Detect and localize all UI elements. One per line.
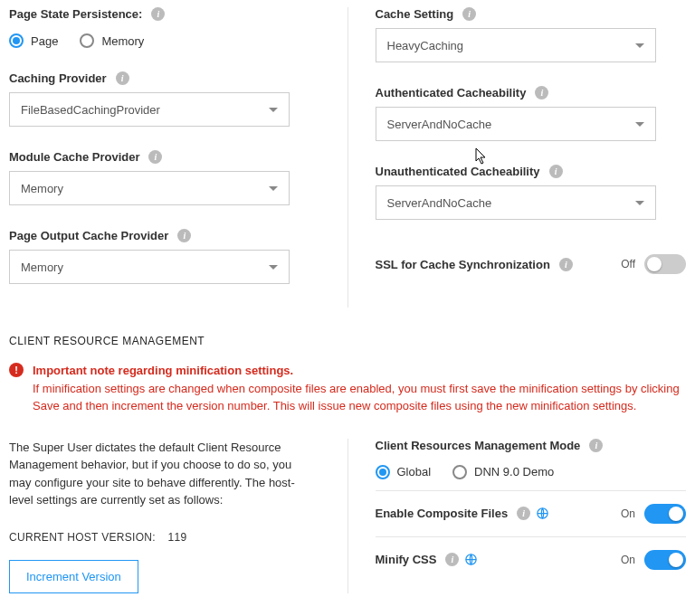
page-state-persistence-radios: Page Memory bbox=[9, 28, 320, 48]
cursor-icon bbox=[475, 147, 488, 166]
info-icon[interactable]: i bbox=[559, 258, 573, 271]
unauthenticated-cacheability-select[interactable]: ServerAndNoCache bbox=[376, 185, 656, 220]
page-state-persistence-label: Page State Persistence: i bbox=[9, 7, 165, 21]
radio-dnn-demo[interactable]: DNN 9.0 Demo bbox=[452, 465, 554, 479]
info-icon[interactable]: i bbox=[589, 439, 603, 452]
label-text: Minify CSS bbox=[376, 553, 437, 566]
cache-setting-field: Cache Setting i HeavyCaching bbox=[376, 7, 687, 62]
alert-text: If minification settings are changed whe… bbox=[33, 380, 686, 415]
info-icon[interactable]: i bbox=[116, 71, 129, 85]
select-value: HeavyCaching bbox=[387, 39, 464, 52]
toggle-knob-icon bbox=[647, 257, 662, 271]
label-text: SSL for Cache Synchronization bbox=[376, 258, 550, 271]
crm-section-title: CLIENT RESOURCE MANAGEMENT bbox=[9, 335, 686, 347]
info-icon[interactable]: i bbox=[148, 150, 162, 164]
unauthenticated-cacheability-field: Unauthenticated Cacheability i ServerAnd… bbox=[376, 165, 687, 220]
current-host-version: CURRENT HOST VERSION: 119 bbox=[9, 531, 320, 544]
page-output-cache-provider-label: Page Output Cache Provider i bbox=[9, 229, 191, 242]
cache-setting-select[interactable]: HeavyCaching bbox=[376, 28, 656, 62]
authenticated-cacheability-select[interactable]: ServerAndNoCache bbox=[376, 107, 656, 141]
radio-label: Page bbox=[31, 34, 58, 48]
ssl-cache-sync-toggle[interactable] bbox=[644, 254, 686, 274]
toggle-state-text: Off bbox=[615, 258, 635, 270]
info-icon[interactable]: i bbox=[517, 507, 530, 520]
select-value: Memory bbox=[21, 261, 63, 274]
chevron-down-icon bbox=[635, 122, 644, 127]
chevron-down-icon bbox=[269, 108, 278, 112]
radio-page[interactable]: Page bbox=[9, 33, 58, 48]
label-text: Unauthenticated Cacheability bbox=[376, 165, 540, 178]
toggle-knob-icon bbox=[669, 507, 683, 521]
crm-mode-radios: Global DNN 9.0 Demo bbox=[376, 460, 687, 479]
enable-composite-toggle[interactable] bbox=[644, 504, 686, 524]
host-version-value: 119 bbox=[168, 531, 187, 544]
authenticated-cacheability-label: Authenticated Cacheability i bbox=[376, 86, 549, 100]
chevron-down-icon bbox=[269, 186, 278, 191]
radio-label: Global bbox=[397, 465, 432, 479]
minify-css-label: Minify CSS i bbox=[376, 553, 616, 566]
label-text: Page State Persistence: bbox=[9, 7, 142, 21]
minify-css-row: Minify CSS i On bbox=[376, 536, 687, 583]
minification-alert: ! Important note regarding minification … bbox=[9, 362, 686, 415]
increment-version-button[interactable]: Increment Version bbox=[9, 560, 138, 593]
caching-provider-select[interactable]: FileBasedCachingProvider bbox=[9, 92, 290, 127]
radio-dot-icon bbox=[80, 33, 94, 48]
select-value: Memory bbox=[21, 182, 63, 195]
label-text: Client Resources Management Mode bbox=[376, 439, 581, 452]
info-icon[interactable]: i bbox=[445, 553, 459, 566]
module-cache-provider-select[interactable]: Memory bbox=[9, 171, 290, 205]
radio-global[interactable]: Global bbox=[376, 465, 432, 479]
page-output-cache-provider-select[interactable]: Memory bbox=[9, 250, 290, 284]
select-value: ServerAndNoCache bbox=[387, 118, 492, 131]
enable-composite-label: Enable Composite Files i bbox=[376, 507, 616, 520]
select-value: ServerAndNoCache bbox=[387, 196, 492, 210]
crm-mode-field: Client Resources Management Mode i Globa… bbox=[376, 439, 687, 479]
toggle-knob-icon bbox=[669, 553, 683, 567]
chevron-down-icon bbox=[635, 201, 644, 205]
globe-icon[interactable] bbox=[464, 553, 478, 566]
module-cache-provider-label: Module Cache Provider i bbox=[9, 150, 162, 164]
info-icon[interactable]: i bbox=[462, 7, 476, 21]
info-icon[interactable]: i bbox=[549, 165, 563, 178]
chevron-down-icon bbox=[635, 43, 644, 48]
alert-body: Important note regarding minification se… bbox=[33, 362, 686, 415]
label-text: Module Cache Provider bbox=[9, 150, 139, 164]
module-cache-provider-field: Module Cache Provider i Memory bbox=[9, 150, 320, 205]
globe-icon[interactable] bbox=[536, 507, 549, 520]
radio-memory[interactable]: Memory bbox=[80, 33, 144, 48]
toggle-state-text: On bbox=[615, 554, 635, 566]
authenticated-cacheability-field: Authenticated Cacheability i ServerAndNo… bbox=[376, 86, 687, 141]
crm-description: The Super User dictates the default Clie… bbox=[9, 439, 317, 509]
caching-provider-field: Caching Provider i FileBasedCachingProvi… bbox=[9, 71, 320, 127]
enable-composite-row: Enable Composite Files i On bbox=[376, 490, 687, 536]
unauthenticated-cacheability-label: Unauthenticated Cacheability i bbox=[376, 165, 563, 178]
info-icon[interactable]: i bbox=[535, 86, 548, 100]
radio-label: Memory bbox=[101, 34, 144, 48]
ssl-cache-sync-field: SSL for Cache Synchronization i Off bbox=[376, 251, 687, 274]
radio-dot-icon bbox=[376, 465, 390, 479]
chevron-down-icon bbox=[269, 265, 278, 270]
crm-mode-label: Client Resources Management Mode i bbox=[376, 439, 604, 452]
label-text: Enable Composite Files bbox=[376, 507, 509, 520]
label-text: Cache Setting bbox=[376, 7, 454, 21]
page-state-persistence-field: Page State Persistence: i Page Memory bbox=[9, 7, 320, 48]
radio-dot-icon bbox=[9, 33, 24, 48]
caching-provider-label: Caching Provider i bbox=[9, 71, 129, 85]
toggle-state-text: On bbox=[615, 507, 635, 520]
host-version-label: CURRENT HOST VERSION: bbox=[9, 531, 156, 544]
alert-title: Important note regarding minification se… bbox=[33, 362, 686, 380]
radio-dot-icon bbox=[452, 465, 467, 479]
ssl-cache-sync-label: SSL for Cache Synchronization i bbox=[376, 258, 616, 271]
label-text: Authenticated Cacheability bbox=[376, 86, 527, 100]
info-icon[interactable]: i bbox=[177, 229, 191, 242]
label-text: Page Output Cache Provider bbox=[9, 229, 168, 242]
label-text: Caching Provider bbox=[9, 71, 107, 85]
alert-icon: ! bbox=[9, 363, 24, 377]
cache-setting-label: Cache Setting i bbox=[376, 7, 477, 21]
minify-css-toggle[interactable] bbox=[644, 550, 686, 570]
radio-label: DNN 9.0 Demo bbox=[474, 465, 554, 479]
info-icon[interactable]: i bbox=[151, 7, 165, 21]
page-output-cache-provider-field: Page Output Cache Provider i Memory bbox=[9, 229, 320, 284]
select-value: FileBasedCachingProvider bbox=[21, 103, 160, 117]
